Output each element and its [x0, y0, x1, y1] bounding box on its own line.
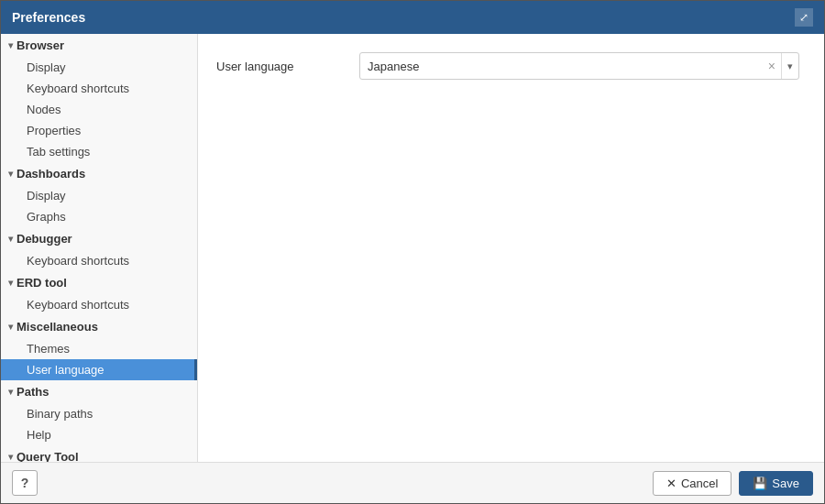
sidebar-group-query-tool[interactable]: ▾Query ToolAuto completion: [1, 445, 197, 462]
sidebar-group-text-miscellaneous: Miscellaneous: [16, 320, 98, 334]
main-panel: User language Japanese × ▾: [198, 34, 824, 462]
cancel-button[interactable]: ✕ Cancel: [653, 471, 732, 496]
sidebar-group-label-erd-tool: ▾ERD tool: [1, 271, 197, 294]
chevron-down-icon: ▾: [8, 278, 13, 288]
sidebar-item-misc-user-language[interactable]: User language: [1, 359, 197, 380]
select-current-value: Japanese: [360, 60, 763, 73]
sidebar-group-text-paths: Paths: [16, 385, 49, 399]
sidebar-item-browser-keyboard-shortcuts[interactable]: Keyboard shortcuts: [1, 78, 197, 99]
sidebar-group-text-query-tool: Query Tool: [16, 450, 79, 462]
dialog-content: ▾BrowserDisplayKeyboard shortcutsNodesPr…: [1, 34, 824, 462]
sidebar-item-browser-display[interactable]: Display: [1, 57, 197, 78]
title-bar: Preferences ⤢: [1, 1, 824, 34]
sidebar-item-misc-themes[interactable]: Themes: [1, 338, 197, 359]
preferences-dialog: Preferences ⤢ ▾BrowserDisplayKeyboard sh…: [0, 0, 825, 504]
select-dropdown-arrow[interactable]: ▾: [781, 53, 798, 79]
sidebar-item-paths-binary-paths[interactable]: Binary paths: [1, 403, 197, 424]
sidebar-group-miscellaneous[interactable]: ▾MiscellaneousThemesUser language: [1, 315, 197, 380]
sidebar-item-browser-nodes[interactable]: Nodes: [1, 99, 197, 120]
help-button[interactable]: ?: [12, 470, 38, 496]
user-language-select[interactable]: Japanese × ▾: [359, 52, 799, 80]
chevron-down-icon: ▾: [8, 452, 13, 462]
save-label: Save: [772, 477, 799, 490]
sidebar-item-dashboards-display[interactable]: Display: [1, 185, 197, 206]
sidebar-item-debugger-keyboard-shortcuts[interactable]: Keyboard shortcuts: [1, 250, 197, 271]
sidebar-group-label-dashboards: ▾Dashboards: [1, 162, 197, 185]
sidebar-item-paths-help[interactable]: Help: [1, 424, 197, 445]
chevron-down-icon: ▾: [8, 169, 13, 179]
chevron-down-icon: ▾: [8, 40, 13, 50]
chevron-down-icon: ▾: [8, 322, 13, 332]
cancel-icon: ✕: [666, 477, 676, 490]
sidebar-group-label-browser: ▾Browser: [1, 34, 197, 57]
select-clear-button[interactable]: ×: [763, 59, 781, 73]
sidebar-group-text-erd-tool: ERD tool: [16, 276, 67, 290]
dialog-footer: ? ✕ Cancel 💾 Save: [1, 462, 824, 503]
footer-actions: ✕ Cancel 💾 Save: [653, 471, 813, 496]
sidebar-group-browser[interactable]: ▾BrowserDisplayKeyboard shortcutsNodesPr…: [1, 34, 197, 162]
sidebar-group-text-browser: Browser: [16, 38, 64, 52]
chevron-down-icon: ▾: [8, 387, 13, 397]
sidebar-group-label-debugger: ▾Debugger: [1, 227, 197, 250]
user-language-field-row: User language Japanese × ▾: [216, 52, 806, 80]
sidebar-item-erd-keyboard-shortcuts[interactable]: Keyboard shortcuts: [1, 294, 197, 315]
sidebar-group-dashboards[interactable]: ▾DashboardsDisplayGraphs: [1, 162, 197, 227]
chevron-down-icon: ▾: [8, 234, 13, 244]
maximize-button[interactable]: ⤢: [795, 8, 813, 27]
dialog-title: Preferences: [12, 10, 85, 25]
sidebar-group-label-query-tool: ▾Query Tool: [1, 445, 197, 462]
sidebar-group-debugger[interactable]: ▾DebuggerKeyboard shortcuts: [1, 227, 197, 271]
title-bar-controls: ⤢: [795, 8, 813, 27]
sidebar-group-text-dashboards: Dashboards: [16, 167, 85, 181]
sidebar-group-label-miscellaneous: ▾Miscellaneous: [1, 315, 197, 338]
sidebar-item-dashboards-graphs[interactable]: Graphs: [1, 206, 197, 227]
sidebar-item-browser-properties[interactable]: Properties: [1, 120, 197, 141]
sidebar-group-text-debugger: Debugger: [16, 232, 72, 246]
sidebar-item-browser-tab-settings[interactable]: Tab settings: [1, 141, 197, 162]
cancel-label: Cancel: [681, 477, 718, 490]
sidebar-group-paths[interactable]: ▾PathsBinary pathsHelp: [1, 380, 197, 445]
sidebar: ▾BrowserDisplayKeyboard shortcutsNodesPr…: [1, 34, 198, 462]
sidebar-group-erd-tool[interactable]: ▾ERD toolKeyboard shortcuts: [1, 271, 197, 315]
save-button[interactable]: 💾 Save: [739, 471, 813, 496]
save-icon: 💾: [753, 477, 767, 490]
sidebar-group-label-paths: ▾Paths: [1, 380, 197, 403]
user-language-label: User language: [216, 60, 345, 73]
